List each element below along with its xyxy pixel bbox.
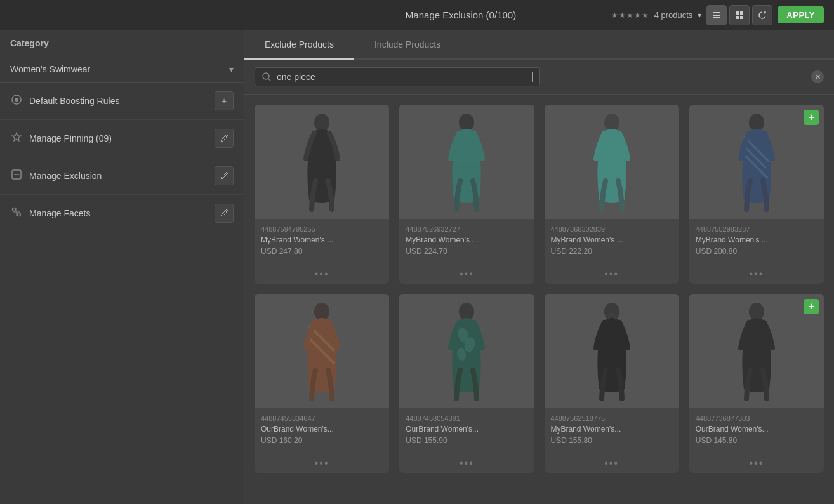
product-more-2[interactable]: ••• (399, 266, 534, 284)
product-silhouette-7 (586, 300, 637, 402)
product-id-7: 44887562518775 (551, 414, 673, 422)
product-price-1: USD 247.80 (261, 247, 383, 256)
top-bar-right: ★★★★★ 4 products ▾ (611, 5, 824, 25)
edit-exclusion-button[interactable] (215, 166, 234, 185)
edit-pinning-button[interactable] (215, 129, 234, 148)
sidebar-item-manage-exclusion[interactable]: Manage Exclusion (0, 157, 244, 195)
search-input-wrapper (255, 67, 540, 86)
sidebar: Category Women's Swimwear ▾ Default Boos… (0, 30, 244, 504)
svg-point-20 (749, 114, 764, 131)
product-badge-4: + (804, 110, 819, 125)
product-image-7 (545, 294, 679, 408)
svg-point-11 (13, 208, 16, 211)
text-cursor (532, 72, 533, 82)
product-price-5: USD 160.20 (261, 436, 383, 445)
sidebar-item-manage-facets[interactable]: Manage Facets (0, 195, 244, 232)
product-info-7: 44887562518775 MyBrand Women's... USD 15… (545, 408, 679, 455)
svg-rect-2 (713, 17, 720, 18)
product-id-4: 44887552983287 (696, 225, 817, 233)
product-image-2 (399, 105, 534, 219)
rating-stars: ★★★★★ (611, 11, 649, 20)
product-id-8: 44887736877303 (696, 414, 817, 422)
category-label: Women's Swimwear (10, 64, 90, 74)
svg-point-32 (749, 303, 764, 321)
product-card-7[interactable]: 44887562518775 MyBrand Women's... USD 15… (545, 294, 679, 473)
svg-point-12 (18, 213, 21, 216)
svg-rect-5 (736, 16, 739, 19)
refresh-button[interactable] (752, 5, 772, 25)
search-clear-button[interactable]: ✕ (811, 70, 824, 83)
main-layout: Category Women's Swimwear ▾ Default Boos… (0, 30, 834, 504)
product-silhouette-2 (441, 111, 492, 213)
content-area: Exclude Products Include Products ✕ (244, 30, 834, 504)
product-id-6: 44887458054391 (406, 414, 527, 422)
product-card-3[interactable]: 44887368302839 MyBrand Women's ... USD 2… (545, 105, 679, 284)
svg-point-17 (314, 114, 329, 131)
product-card-1[interactable]: 44887594795255 MyBrand Women's ... USD 2… (255, 105, 389, 284)
product-card-2[interactable]: 44887526932727 MyBrand Women's ... USD 2… (399, 105, 534, 284)
product-id-2: 44887526932727 (406, 225, 527, 233)
sidebar-item-label-manage-exclusion: Manage Exclusion (29, 171, 102, 181)
product-info-2: 44887526932727 MyBrand Women's ... USD 2… (399, 219, 534, 266)
product-price-3: USD 222.20 (551, 247, 673, 256)
grid-view-button[interactable] (729, 5, 750, 25)
add-boosting-button[interactable]: + (215, 91, 234, 110)
product-card-6[interactable]: 44887458054391 OurBrand Women's... USD 1… (399, 294, 534, 473)
product-card-5[interactable]: 44887455334647 OurBrand Women's... USD 1… (255, 294, 389, 473)
product-silhouette-8 (731, 300, 782, 402)
edit-facets-icon (220, 209, 228, 218)
svg-point-19 (604, 114, 619, 131)
svg-rect-0 (713, 12, 720, 13)
products-count: 4 products (654, 10, 693, 20)
top-bar: Manage Exclusion (0/100) ★★★★★ 4 product… (0, 0, 834, 30)
product-id-5: 44887455334647 (261, 414, 383, 422)
product-name-3: MyBrand Women's ... (551, 235, 673, 244)
product-name-1: MyBrand Women's ... (261, 235, 383, 244)
tab-include-products[interactable]: Include Products (354, 30, 461, 60)
svg-point-18 (459, 114, 474, 131)
svg-rect-6 (740, 16, 743, 19)
products-grid: 44887594795255 MyBrand Women's ... USD 2… (244, 95, 834, 504)
facets-icon (10, 206, 23, 220)
sidebar-item-label-manage-pinning: Manage Pinning (09) (29, 133, 112, 143)
view-toggle (706, 5, 772, 25)
sidebar-item-default-boosting[interactable]: Default Boosting Rules + (0, 83, 244, 120)
product-card-8[interactable]: + 44887736877303 OurBrand Women's... USD… (689, 294, 824, 473)
svg-line-16 (268, 79, 270, 81)
product-name-2: MyBrand Women's ... (406, 235, 527, 244)
product-name-4: MyBrand Women's ... (696, 235, 817, 244)
product-more-6[interactable]: ••• (399, 455, 534, 473)
svg-rect-4 (740, 11, 743, 15)
product-more-7[interactable]: ••• (545, 455, 679, 473)
product-info-1: 44887594795255 MyBrand Women's ... USD 2… (255, 219, 389, 266)
search-input[interactable] (277, 72, 527, 82)
svg-point-27 (459, 303, 474, 321)
product-silhouette-6 (441, 300, 492, 402)
product-badge-8: + (804, 299, 819, 314)
list-view-icon (712, 10, 722, 20)
product-more-3[interactable]: ••• (545, 266, 679, 284)
product-more-1[interactable]: ••• (255, 266, 389, 284)
product-more-8[interactable]: ••• (689, 455, 824, 473)
product-info-8: 44887736877303 OurBrand Women's... USD 1… (689, 408, 824, 455)
product-price-2: USD 224.70 (406, 247, 527, 256)
sidebar-item-manage-pinning[interactable]: Manage Pinning (09) (0, 120, 244, 157)
sidebar-category-header: Category (0, 30, 244, 56)
pinning-icon (10, 131, 23, 145)
product-more-5[interactable]: ••• (255, 455, 389, 473)
edit-facets-button[interactable] (215, 204, 234, 223)
apply-button[interactable]: APPLY (778, 6, 824, 23)
product-price-7: USD 155.80 (551, 436, 673, 445)
category-dropdown[interactable]: Women's Swimwear ▾ (0, 56, 244, 83)
tab-exclude-products[interactable]: Exclude Products (244, 30, 354, 60)
sidebar-item-label-manage-facets: Manage Facets (29, 208, 91, 218)
svg-point-24 (314, 303, 329, 321)
product-card-4[interactable]: + 448875529 (689, 105, 824, 284)
product-more-4[interactable]: ••• (689, 266, 824, 284)
product-price-4: USD 200.80 (696, 247, 817, 256)
product-info-4: 44887552983287 MyBrand Women's ... USD 2… (689, 219, 824, 266)
product-image-3 (545, 105, 679, 219)
list-view-button[interactable] (706, 5, 727, 25)
products-dropdown-arrow[interactable]: ▾ (698, 11, 701, 20)
product-image-6 (399, 294, 534, 408)
